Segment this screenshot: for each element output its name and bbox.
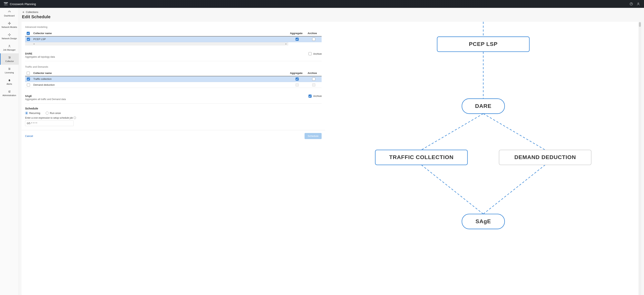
brand-sub: cisco <box>4 4 8 6</box>
svg-point-2 <box>638 3 639 4</box>
user-icon[interactable] <box>636 2 640 6</box>
app-header: cisco Crosswork Planning <box>0 0 644 8</box>
app-title: Crosswork Planning <box>10 2 36 6</box>
help-icon[interactable] <box>630 2 633 6</box>
brand-logo: cisco <box>4 2 8 6</box>
svg-point-1 <box>631 5 632 5</box>
